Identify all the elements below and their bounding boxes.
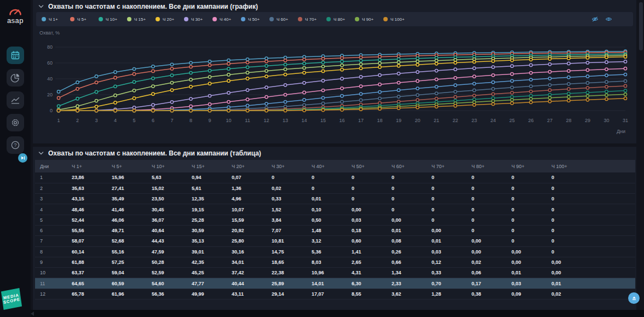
sidebar-item-trend-line[interactable] xyxy=(7,91,24,109)
svg-text:25: 25 xyxy=(509,118,515,123)
legend-item[interactable]: Ч 50+ xyxy=(241,17,269,22)
data-point xyxy=(303,99,306,101)
column-header[interactable]: Ч 100+ xyxy=(547,160,586,172)
scroll-left-arrow-icon[interactable] xyxy=(31,312,34,316)
export-button[interactable] xyxy=(628,292,640,304)
data-point xyxy=(284,101,286,103)
table-row[interactable]: 448,4641,4630,4519,1510,071,520,100,0000… xyxy=(35,204,635,215)
legend-item[interactable]: Ч 70+ xyxy=(298,17,326,22)
svg-text:17: 17 xyxy=(358,118,364,123)
data-point xyxy=(95,81,97,84)
column-header[interactable]: Ч 50+ xyxy=(347,160,387,172)
sidebar-item-pie-chart[interactable] xyxy=(7,69,24,87)
column-header[interactable]: Ч 70+ xyxy=(427,160,467,172)
data-point xyxy=(321,57,324,60)
eye-icon[interactable] xyxy=(605,16,612,22)
data-point xyxy=(321,65,324,68)
sidebar-item-settings-gear[interactable] xyxy=(7,114,24,131)
legend-item[interactable]: Ч 90+ xyxy=(355,17,383,22)
svg-text:9: 9 xyxy=(208,118,211,123)
data-point xyxy=(548,89,551,91)
vertical-scrollbar-thumb[interactable] xyxy=(639,2,643,50)
data-point xyxy=(133,109,135,112)
data-point xyxy=(530,78,532,81)
column-header[interactable]: Ч 20+ xyxy=(227,160,267,172)
table-cell: 0 xyxy=(427,215,467,225)
table-row[interactable]: 1265,7861,9656,3649,9943,1129,1417,078,5… xyxy=(35,289,635,299)
column-header[interactable]: Ч 30+ xyxy=(267,160,307,172)
sidebar-item-help[interactable]: ? xyxy=(7,136,24,154)
column-header[interactable]: Ч 1+ xyxy=(67,160,107,172)
column-header[interactable]: Ч 5+ xyxy=(107,160,147,172)
legend-item[interactable]: Ч 15+ xyxy=(127,17,156,22)
svg-text:20: 20 xyxy=(415,118,420,123)
table-row[interactable]: 552,4446,0636,0725,2815,593,840,500,030,… xyxy=(35,215,635,225)
legend-item[interactable]: Ч 10+ xyxy=(99,17,127,22)
column-header[interactable]: Ч 90+ xyxy=(507,160,547,172)
column-header[interactable]: Ч 10+ xyxy=(147,160,187,172)
data-point xyxy=(397,100,400,103)
table-cell: 49,71 xyxy=(107,225,147,235)
data-point xyxy=(114,94,117,97)
table-cell: 1,28 xyxy=(427,289,467,299)
data-point xyxy=(359,59,362,62)
column-header[interactable]: Дни xyxy=(35,160,67,172)
table-cell: 35,13 xyxy=(187,236,227,246)
data-point xyxy=(303,91,306,94)
data-point xyxy=(586,82,589,84)
x-axis-label: Дни xyxy=(617,129,625,134)
data-point xyxy=(284,68,286,71)
legend-item[interactable]: Ч 5+ xyxy=(70,17,99,22)
table-cell: 19,15 xyxy=(187,204,227,215)
column-header[interactable]: Ч 15+ xyxy=(187,160,227,172)
data-point xyxy=(530,85,532,88)
data-point xyxy=(397,72,400,75)
legend-item[interactable]: Ч 100+ xyxy=(383,17,412,22)
table-cell: 0 xyxy=(467,172,507,183)
sidebar-item-calendar[interactable] xyxy=(7,47,24,64)
eye-off-icon[interactable] xyxy=(591,16,599,22)
data-point xyxy=(530,72,532,74)
data-point xyxy=(378,83,381,86)
table-cell: 0 xyxy=(467,225,507,235)
legend-item[interactable]: Ч 1+ xyxy=(42,17,70,22)
table-row[interactable]: 860,1455,1647,5939,0130,1614,755,361,410… xyxy=(35,246,635,257)
vertical-scrollbar[interactable] xyxy=(639,2,643,308)
table-cell: 0 xyxy=(427,194,467,204)
column-header[interactable]: Ч 80+ xyxy=(467,160,507,172)
table-row[interactable]: 343,1535,4923,5012,354,960,330,01000000 xyxy=(35,194,635,204)
reach-chart[interactable]: Охват, %02040608012345678910111213141516… xyxy=(36,27,633,140)
app-logo: asap xyxy=(0,0,31,25)
horizontal-scrollbar[interactable] xyxy=(31,310,644,317)
table-row[interactable]: 1164,6560,5954,6047,7740,4425,8914,016,3… xyxy=(35,278,635,289)
column-header[interactable]: Ч 60+ xyxy=(387,160,427,172)
table-cell: 30,16 xyxy=(227,246,267,257)
chevron-down-icon[interactable] xyxy=(38,4,44,9)
data-point xyxy=(397,89,400,91)
data-point xyxy=(586,68,589,71)
data-point xyxy=(95,109,97,112)
data-point xyxy=(567,95,570,98)
table-row[interactable]: 655,5649,7140,6430,5920,927,071,480,180,… xyxy=(35,225,635,235)
table-row[interactable]: 235,6327,4115,025,611,360,020000000 xyxy=(35,183,635,193)
data-point xyxy=(170,109,173,112)
data-point xyxy=(359,99,362,101)
legend-item[interactable]: Ч 80+ xyxy=(326,17,355,22)
chevron-down-icon[interactable] xyxy=(38,151,44,155)
legend-item[interactable]: Ч 20+ xyxy=(156,17,184,22)
table-row[interactable]: 758,0752,6844,4335,1325,8010,813,120,600… xyxy=(35,236,635,246)
table-row[interactable]: 961,8857,2550,2842,3534,0118,658,032,650… xyxy=(35,257,635,267)
table-cell-filler xyxy=(586,257,635,267)
table-row[interactable]: 123,8615,965,630,940,0700000000 xyxy=(35,172,635,183)
legend-item[interactable]: Ч 30+ xyxy=(184,17,212,22)
data-point xyxy=(265,70,268,72)
table-cell: 0,12 xyxy=(427,257,467,267)
legend-item[interactable]: Ч 40+ xyxy=(212,17,241,22)
expand-panel-button[interactable] xyxy=(18,153,27,163)
table-row[interactable]: 1063,3759,0452,5945,2537,4222,3810,964,3… xyxy=(35,268,635,278)
table-cell: 0,50 xyxy=(307,215,347,225)
legend-item[interactable]: Ч 60+ xyxy=(269,17,298,22)
data-point xyxy=(57,105,60,107)
column-header[interactable]: Ч 40+ xyxy=(307,160,347,172)
table-cell: 43,11 xyxy=(227,289,267,299)
